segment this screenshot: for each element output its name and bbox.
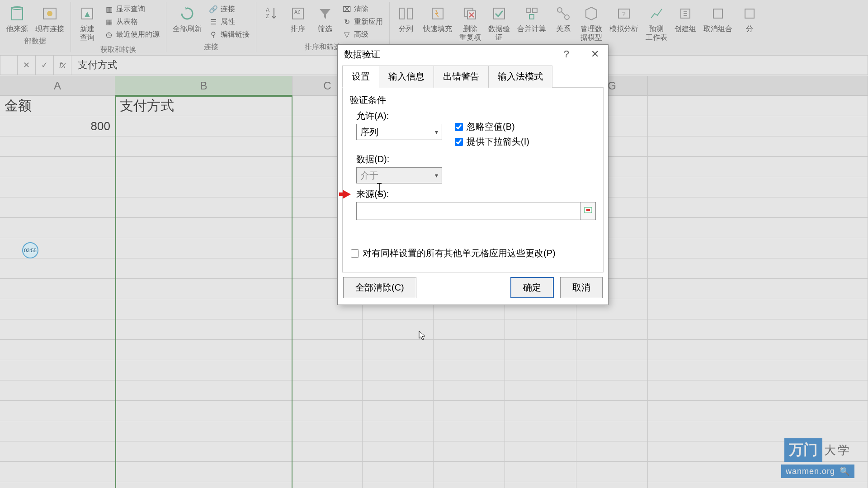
clear-all-button[interactable]: 全部清除(C) [343,277,416,298]
allow-label: 允许(A): [356,110,442,122]
tab-settings[interactable]: 设置 [342,66,379,88]
tab-error-alert[interactable]: 出错警告 [434,66,489,88]
data-validation-dialog: 数据验证 ? ✕ 设置 输入信息 出错警告 输入法模式 验证条件 允许(A): … [337,44,609,305]
dialog-body: 验证条件 允许(A): 序列 ▾ 忽略空值(B) [342,88,604,272]
criteria-label: 验证条件 [350,94,596,106]
dialog-titlebar[interactable]: 数据验证 ? ✕ [338,45,608,64]
range-picker-button[interactable] [580,202,596,220]
chevron-down-icon: ▾ [435,172,438,179]
apply-all-input[interactable] [351,249,359,258]
tab-input-message[interactable]: 输入信息 [379,66,434,88]
ignore-blank-input[interactable] [455,123,463,131]
apply-all-checkbox[interactable]: 对有同样设置的所有其他单元格应用这些更改(P) [351,247,596,259]
allow-value: 序列 [360,126,378,138]
svg-rect-26 [586,209,590,211]
dropdown-checkbox[interactable]: 提供下拉箭头(I) [455,136,529,148]
callout-arrow-icon [343,190,351,199]
range-picker-icon [584,206,593,216]
dialog-title: 数据验证 [344,48,380,61]
dialog-close-button[interactable]: ✕ [586,47,604,61]
source-label: 来源(S): [356,188,596,200]
cancel-button[interactable]: 取消 [560,277,603,298]
ignore-blank-checkbox[interactable]: 忽略空值(B) [455,121,529,133]
chevron-down-icon: ▾ [435,128,438,136]
data-label: 数据(D): [356,153,596,165]
ok-button[interactable]: 确定 [510,277,554,298]
data-value: 介于 [360,169,378,182]
dialog-help-button[interactable]: ? [559,47,574,61]
dialog-tabs: 设置 输入信息 出错警告 输入法模式 [342,66,604,88]
allow-select[interactable]: 序列 ▾ [356,124,442,140]
data-select: 介于 ▾ [356,167,442,183]
dialog-footer: 全部清除(C) 确定 取消 [338,272,608,305]
tab-ime-mode[interactable]: 输入法模式 [488,66,552,88]
timestamp-badge: 03:55 [22,242,38,258]
source-input[interactable] [356,202,580,220]
dropdown-input[interactable] [455,138,463,146]
